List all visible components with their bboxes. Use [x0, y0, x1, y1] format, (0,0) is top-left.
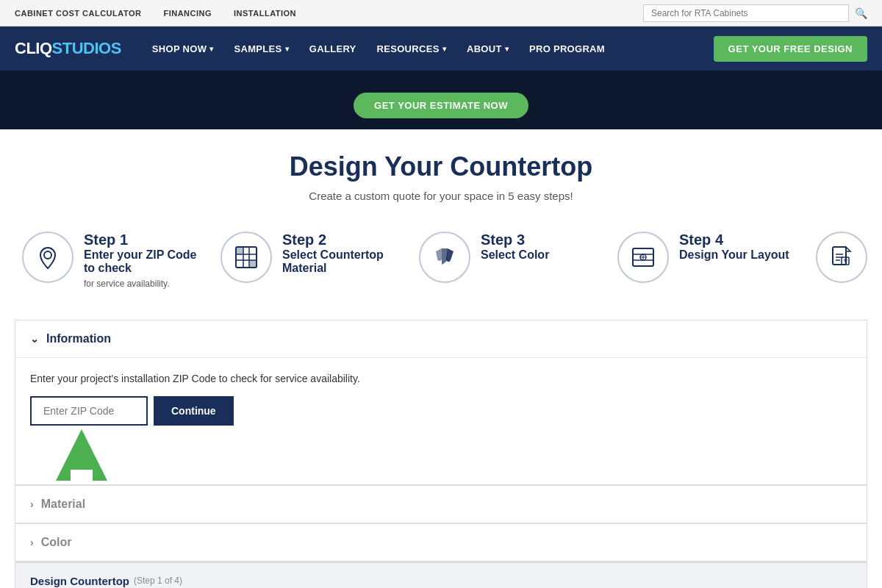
nav-items: SHOP NOW ▾ SAMPLES ▾ GALLERY RESOURCES ▾… [143, 37, 714, 60]
step-2-icon [220, 232, 272, 283]
chevron-down-icon: ▾ [442, 45, 446, 53]
step-4-icon [617, 232, 669, 283]
design-countertop-title: Design Countertop [30, 575, 129, 587]
step-1-title: Enter your ZIP Code to check [84, 248, 206, 275]
step-3-title: Select Color [481, 248, 603, 262]
nav-gallery[interactable]: GALLERY [301, 37, 365, 60]
nav-resources[interactable]: RESOURCES ▾ [368, 37, 455, 60]
search-bar: 🔍 [643, 4, 867, 22]
svg-rect-3 [249, 260, 257, 268]
top-bar: CABINET COST CALCULATOR FINANCING INSTAL… [0, 0, 882, 26]
step-1-number: Step 1 [84, 232, 206, 248]
step-1-desc: for service availability. [84, 279, 169, 289]
step-3-number: Step 3 [481, 232, 603, 248]
step-1: Step 1 Enter your ZIP Code to check for … [15, 224, 213, 298]
document-icon [828, 244, 855, 270]
color-section-title: Color [41, 536, 72, 549]
color-section-header[interactable]: › Color [15, 524, 867, 561]
color-swatch-icon [431, 244, 458, 270]
search-icon[interactable]: 🔍 [855, 7, 867, 19]
design-countertop-section-header[interactable]: Design Countertop (Step 1 of 4) [15, 562, 867, 588]
nav-about[interactable]: ABOUT ▾ [458, 37, 517, 60]
step-2-number: Step 2 [282, 232, 404, 248]
steps-container: Step 1 Enter your ZIP Code to check for … [15, 224, 867, 298]
page-title: Design Your Countertop [15, 151, 867, 182]
chevron-down-icon: ▾ [505, 45, 509, 53]
chevron-down-icon: ▾ [285, 45, 289, 53]
step-1-icon [22, 232, 74, 283]
step-5: St Get [808, 224, 867, 290]
step-5-icon [816, 232, 867, 283]
step-3-icon [419, 232, 470, 283]
design-countertop-subtitle: (Step 1 of 4) [134, 576, 182, 586]
logo[interactable]: CLIQSTUDIOS [15, 39, 121, 58]
topbar-calculator-link[interactable]: CABINET COST CALCULATOR [15, 9, 141, 18]
material-section: › Material [15, 485, 867, 523]
zip-code-description: Enter your project's installation ZIP Co… [30, 373, 852, 384]
information-section-header[interactable]: ⌄ Information [15, 320, 867, 358]
main-content: Design Your Countertop Create a custom q… [0, 129, 882, 588]
svg-rect-6 [833, 247, 846, 265]
nav-samples[interactable]: SAMPLES ▾ [226, 37, 298, 60]
main-nav: CLIQSTUDIOS SHOP NOW ▾ SAMPLES ▾ GALLERY… [0, 26, 882, 71]
search-input[interactable] [643, 4, 849, 22]
svg-rect-2 [236, 247, 243, 254]
logo-studios: STUDIOS [52, 39, 121, 57]
chevron-down-icon: ▾ [209, 45, 213, 53]
information-section-content: Enter your project's installation ZIP Co… [15, 358, 867, 440]
page-subtitle: Create a custom quote for your space in … [15, 190, 867, 202]
material-section-title: Material [41, 498, 85, 511]
zip-code-input[interactable] [30, 396, 148, 426]
color-section: › Color [15, 523, 867, 562]
topbar-financing-link[interactable]: FINANCING [163, 9, 212, 18]
step-4: Step 4 Design Your Layout [610, 224, 808, 290]
arrow-annotation [15, 440, 867, 484]
nav-shop-now[interactable]: SHOP NOW ▾ [143, 37, 223, 60]
zip-form: Continue [30, 396, 852, 426]
continue-button[interactable]: Continue [154, 396, 234, 426]
step-2-title: Select Countertop Material [282, 248, 404, 275]
material-section-header[interactable]: › Material [15, 486, 867, 523]
step-4-number: Step 4 [679, 232, 801, 248]
logo-text: CLIQSTUDIOS [15, 39, 121, 58]
location-pin-icon [35, 244, 61, 270]
step-3: Step 3 Select Color [412, 224, 610, 290]
information-section-title: Information [46, 332, 111, 345]
nav-pro-program[interactable]: PRO PROGRAM [520, 37, 614, 60]
information-section: ⌄ Information Enter your project's insta… [15, 320, 867, 485]
get-free-design-button[interactable]: GET YOUR FREE DESIGN [714, 36, 867, 62]
design-countertop-section: Design Countertop (Step 1 of 4) [15, 562, 867, 588]
svg-point-0 [44, 251, 51, 259]
topbar-installation-link[interactable]: INSTALLATION [234, 9, 296, 18]
step-2: Step 2 Select Countertop Material [213, 224, 412, 290]
chevron-right-icon: › [30, 537, 34, 548]
layout-icon [630, 244, 656, 270]
material-icon [233, 244, 259, 270]
chevron-right-icon: › [30, 498, 34, 510]
green-arrow-icon [56, 429, 115, 481]
chevron-down-icon: ⌄ [30, 333, 39, 345]
get-estimate-button[interactable]: GET YOUR ESTIMATE NOW [354, 93, 528, 118]
logo-cliq: CLIQ [15, 39, 52, 57]
svg-marker-8 [56, 429, 107, 481]
step-4-title: Design Your Layout [679, 248, 801, 262]
hero-banner: GET YOUR ESTIMATE NOW [0, 71, 882, 129]
